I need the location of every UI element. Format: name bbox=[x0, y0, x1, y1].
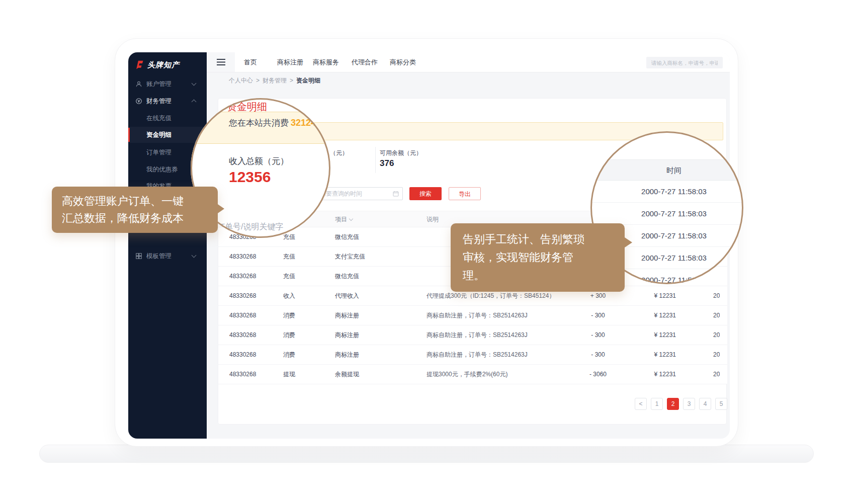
nav-trademark-category[interactable]: 商标分类 bbox=[390, 52, 416, 72]
menu-toggle-button[interactable] bbox=[207, 52, 235, 72]
sort-caret-icon bbox=[349, 217, 353, 221]
cell-time: 2000-7-27 11:58:03 bbox=[713, 345, 720, 365]
nav-agent-cooperation[interactable]: 代理合作 bbox=[352, 52, 378, 72]
cell-order-no: 48330268 bbox=[229, 345, 256, 365]
cell-amount: - 300 bbox=[570, 306, 626, 325]
header-time: 时间 bbox=[590, 159, 743, 181]
cell-type: 充值 bbox=[283, 247, 295, 267]
hamburger-icon bbox=[217, 59, 225, 65]
cell-project: 微信充值 bbox=[335, 267, 359, 286]
cell-balance: ¥ 12231 bbox=[626, 365, 676, 384]
chevron-down-icon bbox=[192, 81, 197, 86]
pagination-page-2-active[interactable]: 2 bbox=[667, 398, 679, 410]
nav-home[interactable]: 首页 bbox=[244, 52, 257, 72]
header-desc: 说明 bbox=[426, 211, 439, 228]
stat-income-label: 收入总额（元） bbox=[229, 155, 289, 167]
sidebar: 头牌知产 账户管理 财务管理 在线充值 资金明 bbox=[128, 52, 207, 439]
sidebar-item-account[interactable]: 账户管理 bbox=[128, 76, 207, 92]
stat-balance-label: 可用余额（元） bbox=[380, 149, 422, 157]
pagination-page-1[interactable]: 1 bbox=[651, 398, 663, 410]
breadcrumb-separator: > bbox=[290, 77, 293, 84]
cell-order-no: 48330268 bbox=[229, 306, 256, 325]
breadcrumb: 个人中心 > 财务管理 > 资金明细 bbox=[229, 76, 320, 85]
brand: 头牌知产 bbox=[134, 58, 205, 71]
breadcrumb-item[interactable]: 个人中心 bbox=[229, 76, 253, 85]
cell-time: 2000-7-27 11:58:03 bbox=[713, 365, 720, 384]
brand-name: 头牌知产 bbox=[147, 60, 180, 70]
sidebar-item-funds-detail[interactable]: 资金明细 bbox=[128, 127, 207, 143]
sidebar-item-label: 资金明细 bbox=[146, 131, 172, 139]
callout-left-arrow bbox=[216, 203, 224, 214]
cell-desc: 提现3000元，手续费2%(60元) bbox=[426, 365, 507, 384]
cell-project: 商标注册 bbox=[335, 325, 359, 345]
cell-project: 微信充值 bbox=[335, 227, 359, 247]
cell-type: 消费 bbox=[283, 345, 295, 365]
cell-time bbox=[713, 267, 720, 286]
table-row: 48330268 消费 商标注册 商标自助注册，订单号：SB2514263J -… bbox=[218, 306, 727, 325]
cell-project: 余额提现 bbox=[335, 365, 359, 384]
finance-icon bbox=[135, 98, 142, 105]
export-button[interactable]: 导出 bbox=[449, 187, 481, 200]
sidebar-item-label: 账户管理 bbox=[146, 80, 172, 89]
chevron-up-icon bbox=[192, 100, 197, 105]
table-row: 48330268 消费 商标注册 商标自助注册，订单号：SB2514263J -… bbox=[218, 345, 727, 365]
sidebar-item-label: 财务管理 bbox=[146, 97, 172, 106]
pagination-page-4[interactable]: 4 bbox=[699, 398, 711, 410]
cell-project: 代理收入 bbox=[335, 286, 359, 306]
breadcrumb-separator: > bbox=[256, 77, 260, 84]
cell-type: 消费 bbox=[283, 306, 295, 325]
cell-type: 消费 bbox=[283, 325, 295, 345]
user-icon bbox=[135, 80, 142, 88]
cell-order-no: 48330268 bbox=[229, 267, 256, 286]
brand-logo-icon bbox=[134, 60, 144, 70]
banner-prefix: 您在本站共消费 bbox=[229, 117, 289, 129]
cell-order-no: 48330268 bbox=[229, 325, 256, 345]
sidebar-item-label: 订单管理 bbox=[146, 148, 172, 157]
time-cell: 2000-7-27 11:58:03 bbox=[590, 181, 743, 203]
nav-trademark-register[interactable]: 商标注册 bbox=[277, 52, 303, 72]
cell-time: 2000-7-27 11:58:03 bbox=[713, 306, 720, 325]
cell-desc: 商标自助注册，订单号：SB2514263J bbox=[426, 325, 528, 345]
pagination-page-3[interactable]: 3 bbox=[683, 398, 695, 410]
cell-time: 2000-7-27 11:58:03 bbox=[713, 325, 720, 345]
cell-order-no: 48330268 bbox=[229, 365, 256, 384]
cell-amount: - 300 bbox=[570, 325, 626, 345]
chevron-down-icon bbox=[192, 253, 197, 258]
cell-desc: 商标自助注册，订单号：SB2514263J bbox=[426, 345, 528, 365]
topbar: 首页 商标注册 商标服务 代理合作 商标分类 bbox=[207, 52, 730, 72]
cell-desc: 商标自助注册，订单号：SB2514263J bbox=[426, 306, 528, 325]
pagination-page-5[interactable]: 5 bbox=[715, 398, 727, 410]
table-row: 48330268 消费 商标注册 商标自助注册，订单号：SB2514263J -… bbox=[218, 325, 727, 345]
breadcrumb-current: 资金明细 bbox=[296, 76, 320, 85]
cell-type: 收入 bbox=[283, 286, 295, 306]
stat-income-value: 12356 bbox=[229, 169, 271, 186]
cell-time: 2000-7-27 11:58:03 bbox=[713, 286, 720, 306]
search-button[interactable]: 搜索 bbox=[409, 187, 442, 200]
calendar-icon[interactable] bbox=[393, 191, 399, 197]
stat-balance-value: 376 bbox=[380, 158, 394, 169]
pagination-prev-button[interactable]: < bbox=[635, 398, 647, 410]
breadcrumb-item[interactable]: 财务管理 bbox=[263, 76, 287, 85]
callout-right: 告别手工统计、告别繁琐 审核，实现智能财务管 理。 bbox=[451, 223, 625, 292]
sidebar-item-label: 模板管理 bbox=[146, 252, 172, 261]
active-indicator bbox=[128, 128, 130, 142]
sidebar-item-label: 我的优惠券 bbox=[146, 165, 178, 174]
cell-amount: - 300 bbox=[570, 345, 626, 365]
cell-type: 提现 bbox=[283, 365, 295, 384]
sidebar-item-recharge[interactable]: 在线充值 bbox=[128, 110, 207, 126]
cell-balance: ¥ 12231 bbox=[626, 306, 676, 325]
sidebar-item-label: 在线充值 bbox=[146, 114, 172, 123]
time-cell: 2000-7-27 11:58:03 bbox=[590, 203, 743, 225]
laptop-base bbox=[39, 445, 814, 463]
nav-trademark-service[interactable]: 商标服务 bbox=[313, 52, 339, 72]
cell-project: 商标注册 bbox=[335, 345, 359, 365]
header-project[interactable]: 项目 bbox=[335, 211, 353, 228]
sidebar-item-templates[interactable]: 模板管理 bbox=[128, 248, 207, 264]
table-row: 48330268 提现 余额提现 提现3000元，手续费2%(60元) - 30… bbox=[218, 365, 727, 384]
sidebar-item-finance[interactable]: 财务管理 bbox=[128, 93, 207, 109]
cell-amount: - 3060 bbox=[570, 365, 626, 384]
cell-project: 支付宝充值 bbox=[335, 247, 365, 267]
stat-divider bbox=[375, 147, 376, 173]
cell-order-no: 48330268 bbox=[229, 247, 256, 267]
search-input[interactable] bbox=[646, 57, 723, 68]
